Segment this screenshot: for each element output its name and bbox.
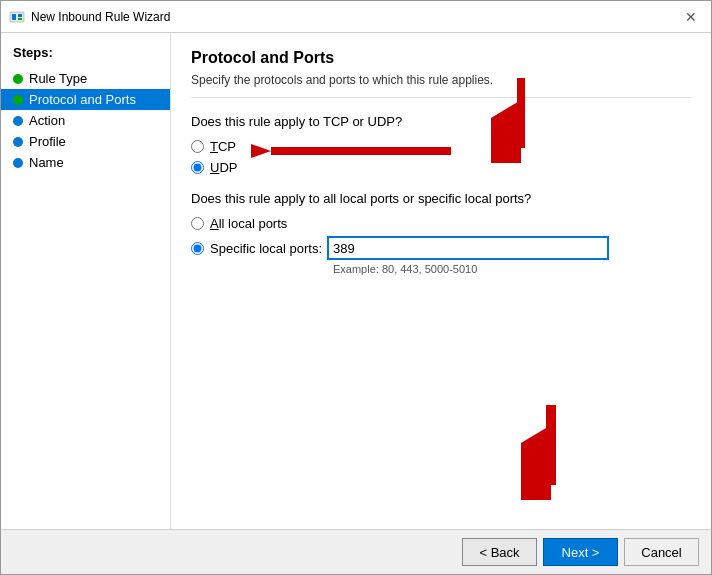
sidebar: Steps: Rule Type Protocol and Ports Acti… xyxy=(1,33,171,529)
svg-rect-2 xyxy=(18,14,22,17)
specific-ports-radio[interactable] xyxy=(191,242,204,255)
ports-example-text: Example: 80, 443, 5000-5010 xyxy=(333,263,691,275)
ports-down-arrow-svg xyxy=(491,73,551,163)
step-dot-name xyxy=(13,158,23,168)
sidebar-item-protocol-ports[interactable]: Protocol and Ports xyxy=(1,89,170,110)
udp-label[interactable]: UDP xyxy=(210,160,237,175)
step-label-name: Name xyxy=(29,155,64,170)
question2-text: Does this rule apply to all local ports … xyxy=(191,191,691,206)
back-button[interactable]: < Back xyxy=(462,538,537,566)
svg-rect-1 xyxy=(12,14,16,20)
tcp-radio[interactable] xyxy=(191,140,204,153)
next-down-arrow-svg xyxy=(521,400,581,500)
window-icon xyxy=(9,9,25,25)
specific-ports-radio-item: Specific local ports: xyxy=(191,237,691,259)
title-bar: New Inbound Rule Wizard ✕ xyxy=(1,1,711,33)
step-dot-protocol-ports xyxy=(13,95,23,105)
all-ports-label[interactable]: All local ports xyxy=(210,216,287,231)
ports-radio-group: All local ports Specific local ports: Ex… xyxy=(191,216,691,275)
step-label-rule-type: Rule Type xyxy=(29,71,87,86)
specific-ports-label[interactable]: Specific local ports: xyxy=(210,241,322,256)
udp-arrow-svg xyxy=(251,131,471,171)
title-bar-left: New Inbound Rule Wizard xyxy=(9,9,170,25)
all-ports-radio[interactable] xyxy=(191,217,204,230)
sidebar-item-name[interactable]: Name xyxy=(1,152,170,173)
content-area: Steps: Rule Type Protocol and Ports Acti… xyxy=(1,33,711,529)
sidebar-item-profile[interactable]: Profile xyxy=(1,131,170,152)
sidebar-item-rule-type[interactable]: Rule Type xyxy=(1,68,170,89)
page-title: Protocol and Ports xyxy=(191,49,691,67)
main-panel: Protocol and Ports Specify the protocols… xyxy=(171,33,711,529)
sidebar-item-action[interactable]: Action xyxy=(1,110,170,131)
main-content: Does this rule apply to TCP or UDP? TCP … xyxy=(191,114,691,513)
udp-radio[interactable] xyxy=(191,161,204,174)
step-dot-action xyxy=(13,116,23,126)
footer: < Back Next > Cancel xyxy=(1,529,711,574)
svg-rect-3 xyxy=(18,18,22,20)
close-button[interactable]: ✕ xyxy=(679,7,703,27)
question1-text: Does this rule apply to TCP or UDP? xyxy=(191,114,691,129)
all-ports-radio-item: All local ports xyxy=(191,216,691,231)
wizard-window: New Inbound Rule Wizard ✕ Steps: Rule Ty… xyxy=(0,0,712,575)
next-arrow-container xyxy=(521,400,581,503)
step-dot-rule-type xyxy=(13,74,23,84)
tcp-label[interactable]: TCP xyxy=(210,139,236,154)
step-dot-profile xyxy=(13,137,23,147)
step-label-action: Action xyxy=(29,113,65,128)
cancel-button[interactable]: Cancel xyxy=(624,538,699,566)
window-title: New Inbound Rule Wizard xyxy=(31,10,170,24)
steps-label: Steps: xyxy=(1,45,170,68)
next-button[interactable]: Next > xyxy=(543,538,618,566)
specific-ports-input[interactable] xyxy=(328,237,608,259)
step-label-profile: Profile xyxy=(29,134,66,149)
page-subtitle: Specify the protocols and ports to which… xyxy=(191,73,691,98)
step-label-protocol-ports: Protocol and Ports xyxy=(29,92,136,107)
